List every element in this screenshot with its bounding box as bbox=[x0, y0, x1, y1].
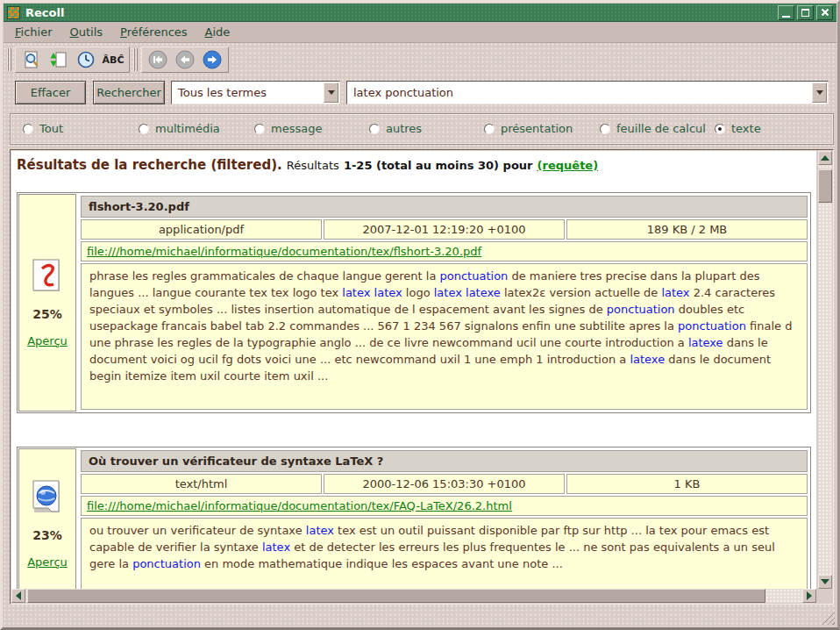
radio-label: message bbox=[271, 122, 322, 135]
result-title: flshort-3.20.pdf bbox=[81, 196, 808, 218]
chevron-down-icon[interactable] bbox=[324, 82, 338, 103]
menu-outils[interactable]: Outils bbox=[64, 24, 110, 40]
arrow-down-icon bbox=[821, 579, 829, 589]
radio-tout[interactable]: Tout bbox=[23, 122, 63, 135]
result-date: 2000-12-06 15:03:30 +0100 bbox=[324, 474, 565, 494]
result-url-link[interactable]: file:///home/michael/informatique/docume… bbox=[87, 245, 481, 258]
horizontal-scrollbar[interactable] bbox=[11, 589, 816, 603]
search-type-combobox[interactable]: Tous les termes bbox=[171, 81, 340, 104]
show-query-detail-button[interactable] bbox=[20, 49, 43, 70]
next-page-button[interactable] bbox=[201, 49, 224, 70]
results-list: Résultats de la recherche (filtered). Ré… bbox=[11, 151, 816, 589]
result-url-link[interactable]: file:///home/michael/informatique/docume… bbox=[87, 499, 512, 512]
result-left-column: 23% Aperçu bbox=[18, 448, 76, 589]
highlighted-term: latex latex bbox=[342, 286, 402, 299]
results-header-title: Résultats de la recherche (filtered). bbox=[17, 157, 282, 173]
result-left-column: 25% Aperçu bbox=[18, 194, 76, 412]
radio-présentation[interactable]: présentation bbox=[484, 122, 573, 135]
relevance-percent: 25% bbox=[32, 307, 62, 321]
highlighted-term: latex bbox=[661, 286, 689, 299]
vertical-scrollbar[interactable] bbox=[818, 151, 832, 589]
menu-aide[interactable]: Aide bbox=[199, 24, 237, 40]
toolbar-drag-handle[interactable] bbox=[7, 48, 11, 71]
toolbar-main-group: ÂBĈ bbox=[15, 47, 130, 73]
arrow-right-icon bbox=[807, 591, 816, 600]
query-input[interactable] bbox=[347, 86, 811, 99]
result-entry: 23% Aperçu Où trouver un vérificateur de… bbox=[17, 447, 811, 589]
clear-button[interactable]: Effacer bbox=[15, 81, 86, 104]
results-count-range: 1-25 (total au moins 30) pour bbox=[344, 159, 533, 172]
first-page-icon bbox=[148, 50, 167, 69]
close-icon bbox=[821, 8, 829, 17]
scroll-up-button[interactable] bbox=[818, 151, 832, 165]
relevance-percent: 23% bbox=[32, 528, 62, 542]
preview-link[interactable]: Aperçu bbox=[27, 555, 68, 569]
radio-label: présentation bbox=[501, 122, 573, 135]
update-index-button[interactable] bbox=[47, 49, 70, 70]
previous-page-icon bbox=[175, 50, 195, 69]
window-buttons bbox=[778, 5, 833, 20]
highlighted-term: ponctuation bbox=[678, 319, 746, 333]
result-mime: text/html bbox=[81, 474, 322, 494]
preview-link[interactable]: Aperçu bbox=[27, 334, 68, 347]
scroll-left-button[interactable] bbox=[11, 589, 25, 603]
titlebar[interactable]: Recoll bbox=[4, 4, 836, 22]
highlighted-term: ponctuation bbox=[440, 269, 509, 283]
result-table: Où trouver un vérificateur de syntaxe La… bbox=[79, 448, 809, 589]
result-size: 1 KB bbox=[566, 474, 808, 494]
results-header: Résultats de la recherche (filtered). Ré… bbox=[11, 154, 816, 182]
menu-fichier[interactable]: Fichier bbox=[9, 24, 59, 40]
document-update-icon bbox=[49, 50, 68, 69]
query-combobox bbox=[346, 81, 829, 104]
radio-autres[interactable]: autres bbox=[369, 122, 422, 135]
highlighted-term: latex bbox=[306, 524, 334, 537]
minimize-button[interactable] bbox=[778, 5, 794, 20]
query-details-link[interactable]: (requête) bbox=[537, 159, 599, 172]
radio-circle-icon bbox=[600, 124, 610, 134]
radio-texte[interactable]: texte bbox=[715, 122, 761, 135]
previous-page-button[interactable] bbox=[174, 49, 196, 70]
menu-preferences[interactable]: Préférences bbox=[114, 24, 193, 40]
resize-grip[interactable] bbox=[822, 612, 835, 625]
first-page-button[interactable] bbox=[146, 49, 169, 70]
radio-label: feuille de calcul bbox=[616, 122, 706, 135]
toolbar: ÂBĈ bbox=[4, 44, 836, 75]
radio-message[interactable]: message bbox=[254, 122, 322, 135]
arrow-up-icon bbox=[821, 151, 829, 161]
maximize-button[interactable] bbox=[797, 5, 814, 20]
horizontal-scroll-thumb[interactable] bbox=[27, 589, 765, 603]
next-page-icon bbox=[203, 50, 222, 69]
highlighted-term: latexe bbox=[688, 336, 723, 349]
highlighted-term: latexe bbox=[630, 353, 665, 366]
result-table: flshort-3.20.pdf application/pdf 2007-12… bbox=[79, 194, 809, 412]
result-snippet: phrase les regles grammaticales de chaqu… bbox=[81, 263, 808, 410]
clock-icon bbox=[76, 50, 96, 69]
radio-multimédia[interactable]: multimédia bbox=[139, 122, 220, 135]
highlighted-term: latex bbox=[262, 541, 290, 554]
radio-feuille-de-calcul[interactable]: feuille de calcul bbox=[600, 122, 706, 135]
radio-label: Tout bbox=[39, 122, 63, 135]
result-snippet: ou trouver un verificateur de syntaxe la… bbox=[81, 518, 808, 589]
vertical-scroll-thumb[interactable] bbox=[818, 169, 832, 203]
term-explorer-button[interactable]: ÂBĈ bbox=[102, 49, 125, 70]
menu-bar: FichierOutilsPréférencesAide bbox=[4, 22, 836, 43]
result-mime: application/pdf bbox=[81, 219, 322, 240]
scroll-right-button[interactable] bbox=[802, 589, 816, 603]
radio-circle-icon bbox=[484, 124, 495, 134]
results-frame: Résultats de la recherche (filtered). Ré… bbox=[10, 149, 834, 605]
close-button[interactable] bbox=[816, 5, 833, 20]
document-search-icon bbox=[22, 50, 41, 69]
radio-circle-icon bbox=[715, 124, 725, 134]
toolbar-drag-handle[interactable] bbox=[133, 48, 138, 71]
recoll-window: Recoll FichierOutilsPréférencesAide bbox=[0, 0, 840, 630]
highlighted-term: latex latexe bbox=[434, 286, 501, 299]
scroll-down-button[interactable] bbox=[818, 575, 832, 589]
radio-circle-icon bbox=[254, 124, 265, 134]
search-button[interactable]: Rechercher bbox=[93, 81, 165, 104]
sort-by-date-button[interactable] bbox=[75, 49, 97, 70]
recoll-app-icon bbox=[7, 6, 20, 19]
window-title: Recoll bbox=[25, 6, 64, 19]
maximize-icon bbox=[801, 9, 809, 17]
pdf-file-icon bbox=[32, 259, 63, 294]
chevron-down-icon[interactable] bbox=[812, 82, 827, 103]
